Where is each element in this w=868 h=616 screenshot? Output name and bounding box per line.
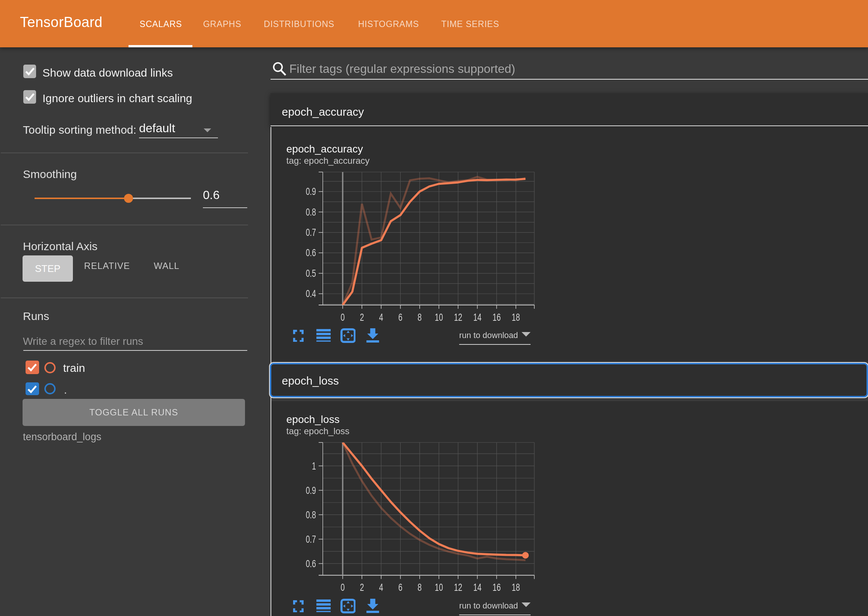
svg-text:0.6: 0.6 (306, 558, 316, 569)
svg-text:0: 0 (341, 312, 345, 323)
svg-text:12: 12 (454, 312, 462, 323)
svg-text:0.4: 0.4 (306, 288, 316, 299)
svg-text:4: 4 (379, 582, 383, 593)
svg-text:8: 8 (417, 312, 421, 323)
svg-text:0.7: 0.7 (306, 227, 316, 238)
svg-text:6: 6 (398, 312, 403, 323)
svg-text:18: 18 (512, 582, 520, 593)
svg-text:0: 0 (341, 582, 345, 593)
svg-text:16: 16 (493, 582, 501, 593)
svg-text:0.8: 0.8 (306, 509, 316, 520)
svg-text:0.6: 0.6 (306, 247, 316, 258)
svg-text:0.9: 0.9 (306, 186, 316, 197)
svg-text:0.8: 0.8 (306, 207, 316, 218)
svg-text:2: 2 (360, 582, 364, 593)
svg-text:14: 14 (473, 312, 481, 323)
svg-text:18: 18 (512, 312, 520, 323)
svg-text:10: 10 (435, 582, 443, 593)
svg-text:12: 12 (454, 582, 462, 593)
svg-text:6: 6 (398, 582, 403, 593)
svg-text:10: 10 (435, 312, 443, 323)
svg-text:2: 2 (360, 312, 364, 323)
svg-text:0.7: 0.7 (306, 534, 316, 545)
svg-text:4: 4 (379, 312, 383, 323)
svg-text:8: 8 (417, 582, 421, 593)
svg-text:16: 16 (493, 312, 501, 323)
svg-text:14: 14 (473, 582, 481, 593)
svg-text:0.5: 0.5 (306, 268, 316, 279)
svg-text:0.9: 0.9 (306, 485, 316, 496)
svg-text:1: 1 (312, 460, 316, 472)
